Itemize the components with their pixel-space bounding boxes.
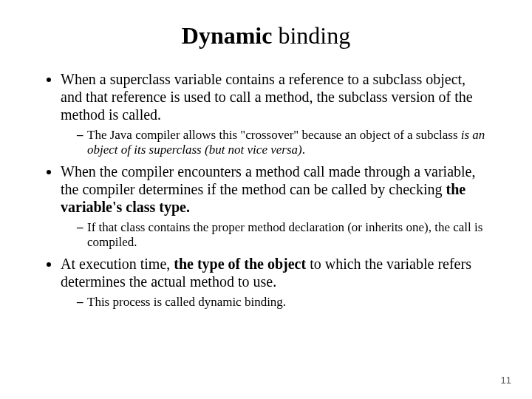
slide-title: Dynamic binding — [44, 22, 488, 50]
bullet-3-sub-list: This process is called dynamic binding. — [61, 295, 488, 310]
title-bold: Dynamic — [182, 22, 273, 49]
bullet-2-sub-1: If that class contains the proper method… — [77, 220, 488, 250]
bullet-list: When a superclass variable contains a re… — [44, 70, 488, 310]
b1s1a: The Java compiler allows this "crossover… — [87, 128, 461, 142]
bullet-3: At execution time, the type of the objec… — [61, 255, 488, 310]
bullet-1-text: When a superclass variable contains a re… — [61, 71, 473, 123]
b1s1c: . — [302, 143, 305, 157]
bullet-2a: When the compiler encounters a method ca… — [61, 163, 475, 197]
page-number: 11 — [501, 375, 511, 386]
bullet-3a: At execution time, — [61, 256, 174, 272]
bullet-1-sub-1: The Java compiler allows this "crossover… — [77, 128, 488, 158]
title-rest: binding — [272, 22, 350, 49]
bullet-3b: the type of the object — [174, 256, 310, 272]
bullet-2-sub-list: If that class contains the proper method… — [61, 220, 488, 250]
bullet-3-sub-1: This process is called dynamic binding. — [77, 295, 488, 310]
bullet-1-sub-list: The Java compiler allows this "crossover… — [61, 128, 488, 158]
bullet-2: When the compiler encounters a method ca… — [61, 163, 488, 250]
bullet-1: When a superclass variable contains a re… — [61, 70, 488, 158]
